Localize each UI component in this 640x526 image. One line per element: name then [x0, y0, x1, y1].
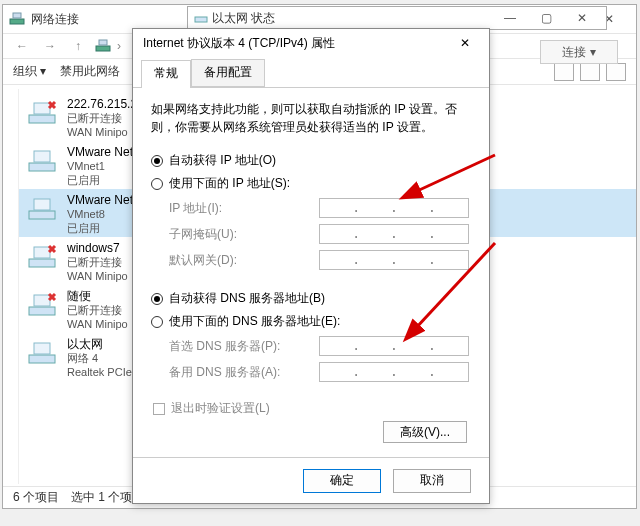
tab-alternate[interactable]: 备用配置	[191, 59, 265, 87]
svg-rect-8	[29, 163, 55, 171]
sheet-title: 以太网 状态	[212, 10, 275, 27]
svg-rect-4	[29, 115, 55, 123]
breadcrumb-sep: ›	[117, 39, 121, 53]
svg-rect-1	[13, 13, 21, 18]
adapter-icon	[27, 145, 59, 177]
close-icon[interactable]: ✕	[451, 33, 479, 53]
radio-icon	[151, 293, 163, 305]
svg-rect-2	[96, 46, 110, 51]
forward-button[interactable]: →	[39, 35, 61, 57]
adapter-icon	[27, 97, 59, 129]
alternate-dns-input[interactable]: ...	[319, 362, 469, 382]
adapter-icon	[27, 289, 59, 321]
connect-dropdown[interactable]: 连接 ▾	[540, 40, 618, 64]
field-default-gateway: 默认网关(D): ...	[169, 250, 471, 270]
preferred-dns-input[interactable]: ...	[319, 336, 469, 356]
organize-menu[interactable]: 组织 ▾	[13, 63, 46, 80]
sheet-maximize[interactable]: ▢	[528, 11, 564, 25]
dialog-instruction: 如果网络支持此功能，则可以获取自动指派的 IP 设置。否则，你需要从网络系统管理…	[151, 100, 471, 136]
field-dns-alternate: 备用 DNS 服务器(A): ...	[169, 362, 471, 382]
radio-icon	[151, 316, 163, 328]
adapter-icon	[27, 241, 59, 273]
network-icon	[9, 10, 25, 29]
svg-rect-5	[34, 103, 50, 114]
field-dns-preferred: 首选 DNS 服务器(P): ...	[169, 336, 471, 356]
checkbox-icon	[153, 403, 165, 415]
default-gateway-input[interactable]: ...	[319, 250, 469, 270]
radio-ip-auto[interactable]: 自动获得 IP 地址(O)	[151, 152, 471, 169]
tab-general[interactable]: 常规	[141, 60, 191, 88]
view-option-3[interactable]	[606, 63, 626, 81]
disable-adapter[interactable]: 禁用此网络	[60, 63, 120, 80]
svg-rect-0	[10, 19, 24, 24]
radio-icon	[151, 178, 163, 190]
view-option-2[interactable]	[580, 63, 600, 81]
ethernet-status-window: 以太网 状态 — ▢ ✕	[187, 6, 607, 30]
subnet-mask-input[interactable]: ...	[319, 224, 469, 244]
svg-rect-22	[195, 17, 207, 22]
svg-rect-13	[34, 247, 50, 258]
adapter-icon	[27, 193, 59, 225]
radio-icon	[151, 155, 163, 167]
dialog-panel: 如果网络支持此功能，则可以获取自动指派的 IP 设置。否则，你需要从网络系统管理…	[133, 88, 489, 417]
ip-address-input[interactable]: ...	[319, 198, 469, 218]
dialog-button-bar: 确定 取消	[133, 457, 489, 503]
cancel-button[interactable]: 取消	[393, 469, 471, 493]
svg-rect-9	[34, 151, 50, 162]
svg-rect-10	[29, 211, 55, 219]
dialog-tabs: 常规 备用配置	[133, 59, 489, 88]
svg-rect-16	[29, 307, 55, 315]
svg-rect-3	[99, 40, 107, 45]
field-subnet-mask: 子网掩码(U): ...	[169, 224, 471, 244]
folder-icon	[95, 37, 111, 56]
advanced-button[interactable]: 高级(V)...	[383, 421, 467, 443]
radio-dns-auto[interactable]: 自动获得 DNS 服务器地址(B)	[151, 290, 471, 307]
svg-rect-20	[29, 355, 55, 363]
validate-checkbox-row[interactable]: 退出时验证设置(L)	[153, 400, 471, 417]
radio-ip-manual[interactable]: 使用下面的 IP 地址(S):	[151, 175, 471, 192]
radio-dns-manual[interactable]: 使用下面的 DNS 服务器地址(E):	[151, 313, 471, 330]
adapter-icon	[27, 337, 59, 369]
up-button[interactable]: ↑	[67, 35, 89, 57]
svg-rect-21	[34, 343, 50, 354]
svg-rect-17	[34, 295, 50, 306]
svg-rect-12	[29, 259, 55, 267]
explorer-title: 网络连接	[31, 11, 79, 28]
view-option-1[interactable]	[554, 63, 574, 81]
sheet-minimize[interactable]: —	[492, 11, 528, 25]
sheet-close[interactable]: ✕	[564, 11, 600, 25]
explorer-sidebar	[3, 89, 19, 484]
back-button[interactable]: ←	[11, 35, 33, 57]
svg-rect-11	[34, 199, 50, 210]
field-ip-address: IP 地址(I): ...	[169, 198, 471, 218]
sheet-icon	[194, 10, 208, 27]
ok-button[interactable]: 确定	[303, 469, 381, 493]
status-count: 6 个项目	[13, 489, 59, 506]
dialog-titlebar: Internet 协议版本 4 (TCP/IPv4) 属性 ✕	[133, 29, 489, 57]
dialog-title: Internet 协议版本 4 (TCP/IPv4) 属性	[143, 35, 335, 52]
ipv4-properties-dialog: Internet 协议版本 4 (TCP/IPv4) 属性 ✕ 常规 备用配置 …	[132, 28, 490, 504]
